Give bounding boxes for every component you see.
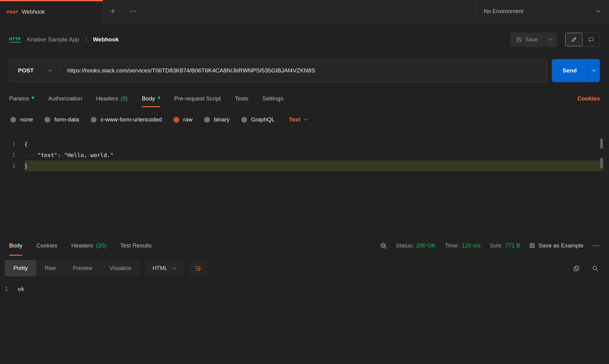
copy-icon[interactable] <box>573 265 580 272</box>
comments-button[interactable] <box>582 33 600 46</box>
tab-authorization[interactable]: Authorization <box>48 90 82 107</box>
radio-x-www-form-urlencoded-label: x-www-form-urlencoded <box>101 116 162 123</box>
search-icon[interactable] <box>592 265 599 272</box>
line-number: 2 <box>5 152 24 158</box>
radio-circle <box>91 117 97 123</box>
breadcrumb-collection[interactable]: Knative Sample App <box>27 36 79 43</box>
method-selector[interactable]: POST <box>9 59 60 82</box>
mode-preview[interactable]: Preview <box>64 260 101 276</box>
edit-button[interactable] <box>565 33 582 46</box>
radio-circle <box>44 117 50 123</box>
wrap-lines-icon <box>195 265 201 272</box>
chevron-down-icon <box>304 118 308 121</box>
radio-none[interactable]: none <box>10 116 33 123</box>
save-as-example-button[interactable]: Save as Example <box>529 242 583 249</box>
tab-settings[interactable]: Settings <box>262 90 283 107</box>
response-tab-test-results[interactable]: Test Results <box>120 236 152 256</box>
http-request-type-icon: HTTP <box>9 37 21 43</box>
cookies-link[interactable]: Cookies <box>577 90 600 107</box>
tab-params-label: Params <box>9 95 29 102</box>
tab-title: Webhook <box>22 9 45 15</box>
radio-circle <box>10 117 16 123</box>
tab-headers[interactable]: Headers (9) <box>96 90 128 107</box>
tab-body-label: Body <box>142 95 155 102</box>
response-body[interactable]: 1 ok <box>0 284 609 294</box>
tab-method-badge: POST <box>7 10 18 14</box>
status-badge: Status: 200 OK <box>396 242 436 249</box>
editor-code: { <box>24 141 28 147</box>
url-bar: POST Send <box>9 59 600 82</box>
save-button[interactable]: Save <box>510 33 544 47</box>
raw-format-selector[interactable]: Text <box>289 116 308 123</box>
size-badge: Size: 771 B <box>490 242 520 249</box>
request-tabs: Params Authorization Headers (9) Body Pr… <box>0 90 609 107</box>
radio-form-data-label: form-data <box>54 116 79 123</box>
comment-icon <box>588 37 594 43</box>
radio-graphql[interactable]: GraphQL <box>241 116 275 123</box>
mode-visualize[interactable]: Visualize <box>101 260 140 276</box>
pencil-icon <box>571 37 577 43</box>
response-toolbar: Pretty Raw Preview Visualize HTML <box>5 259 604 277</box>
response-view-modes: Pretty Raw Preview Visualize <box>5 260 140 276</box>
save-options-button[interactable] <box>544 33 557 47</box>
request-body-editor[interactable]: 1 { 2 ····"text":·"Hello,·world." 3 } <box>5 136 604 235</box>
radio-circle-selected <box>173 117 179 123</box>
tab-tests-label: Tests <box>235 95 248 102</box>
time-value: 120 ms <box>462 242 480 249</box>
response-tab-headers-count: (20) <box>96 242 106 249</box>
radio-raw[interactable]: raw <box>173 116 193 123</box>
whitespace-dots: ···· <box>24 152 37 158</box>
radio-binary-label: binary <box>214 116 230 123</box>
response-tools <box>573 265 604 272</box>
radio-binary[interactable]: binary <box>204 116 230 123</box>
request-tab-webhook[interactable]: POST Webhook <box>0 0 103 23</box>
tab-headers-count: (9) <box>121 95 128 102</box>
wrap-lines-toggle[interactable] <box>190 261 206 276</box>
line-number: 1 <box>0 286 18 292</box>
tab-bar: POST Webhook + ••• No Environment <box>0 0 609 23</box>
save-icon <box>529 243 535 249</box>
editor-line: 1 { <box>5 138 604 149</box>
tab-body[interactable]: Body <box>142 90 160 107</box>
response-meta: Status: 200 OK Time: 120 ms Size: 771 B … <box>380 236 600 256</box>
tab-authorization-label: Authorization <box>48 95 82 102</box>
size-label: Size: <box>490 242 503 249</box>
tab-tests[interactable]: Tests <box>235 90 248 107</box>
response-tab-cookies[interactable]: Cookies <box>36 236 57 256</box>
response-format-selector[interactable]: HTML <box>145 260 184 276</box>
send-split-button: Send <box>552 59 600 82</box>
body-indicator-dot <box>158 96 160 99</box>
mode-pretty[interactable]: Pretty <box>5 260 36 276</box>
request-header: HTTP Knative Sample App / Webhook Save <box>0 23 609 56</box>
mode-raw[interactable]: Raw <box>36 260 64 276</box>
time-label: Time: <box>445 242 459 249</box>
send-button[interactable]: Send <box>552 59 588 82</box>
breadcrumb-request-name[interactable]: Webhook <box>93 36 119 43</box>
response-tab-headers[interactable]: Headers (20) <box>71 236 106 256</box>
radio-form-data[interactable]: form-data <box>44 116 79 123</box>
scrollbar-thumb[interactable] <box>600 138 603 149</box>
request-header-actions: Save <box>510 33 600 47</box>
url-input[interactable] <box>61 59 547 82</box>
send-options-button[interactable] <box>588 59 600 82</box>
radio-circle <box>241 117 247 123</box>
tab-options-button[interactable]: ••• <box>122 0 144 23</box>
response-options-button[interactable]: ••• <box>593 243 600 248</box>
save-split-button: Save <box>510 33 557 47</box>
whitespace-dot: · <box>87 152 90 158</box>
scrollbar-thumb[interactable] <box>600 158 603 168</box>
tab-params[interactable]: Params <box>9 90 34 107</box>
radio-graphql-label: GraphQL <box>251 116 275 123</box>
radio-x-www-form-urlencoded[interactable]: x-www-form-urlencoded <box>91 116 162 123</box>
tab-settings-label: Settings <box>262 95 283 102</box>
editor-code: "text": <box>37 152 61 158</box>
environment-selector[interactable]: No Environment <box>475 0 609 23</box>
network-globe-icon[interactable] <box>380 242 387 249</box>
new-tab-button[interactable]: + <box>103 0 122 23</box>
response-tab-test-results-label: Test Results <box>120 242 152 249</box>
response-tab-body[interactable]: Body <box>9 236 22 256</box>
breadcrumb-separator: / <box>85 36 87 43</box>
editor-code: "Hello, <box>64 152 87 158</box>
save-as-example-label: Save as Example <box>538 242 583 249</box>
tab-pre-request-script[interactable]: Pre-request Script <box>174 90 221 107</box>
